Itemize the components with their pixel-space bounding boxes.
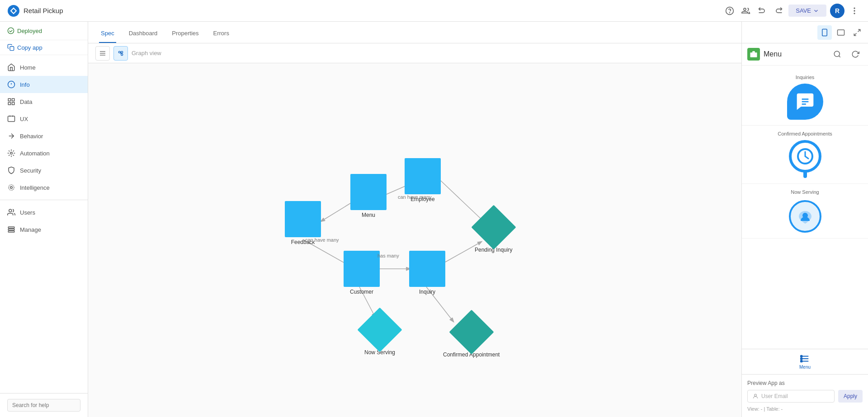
copy-app-button[interactable]: Copy app <box>0 40 88 55</box>
phone-scroll-area[interactable]: Inquiries Confirmed Appointments <box>742 66 868 349</box>
phone-menu-item-now-serving[interactable]: Now Serving <box>742 184 868 239</box>
preview-panel-header <box>742 22 868 43</box>
svg-rect-41 <box>838 30 844 35</box>
svg-rect-21 <box>8 227 14 228</box>
preview-email-row: User Email Apply <box>747 390 863 403</box>
sidebar-search <box>0 393 88 417</box>
sidebar-item-manage[interactable]: Manage <box>0 221 88 238</box>
graph-toolbar: Graph view <box>88 43 741 63</box>
user-email-input[interactable]: User Email <box>747 390 835 403</box>
phone-refresh-button[interactable] <box>848 47 863 61</box>
preview-footer: Preview App as User Email Apply View: - … <box>742 374 868 417</box>
svg-point-3 <box>744 8 746 10</box>
help-button[interactable] <box>723 5 736 17</box>
tab-errors[interactable]: Errors <box>212 24 231 43</box>
apply-button[interactable]: Apply <box>838 390 863 403</box>
logo-icon <box>7 5 20 17</box>
svg-point-29 <box>121 51 123 53</box>
graph-view-label: Graph view <box>132 50 161 56</box>
phone-bottom-tabs: Menu <box>742 349 868 374</box>
app-header-icon <box>747 48 760 61</box>
node-pending-inquiry[interactable]: Pending Inquiry <box>475 211 512 253</box>
security-icon <box>7 166 15 174</box>
svg-point-19 <box>9 185 14 190</box>
deployed-icon <box>7 27 14 34</box>
tablet-view-button[interactable] <box>834 25 848 40</box>
topbar-actions: SAVE R <box>723 4 861 18</box>
node-customer[interactable]: Customer <box>344 251 380 295</box>
save-button[interactable]: SAVE <box>788 5 826 17</box>
sidebar-nav: Home Info Data UX Behavior Automation <box>0 55 88 393</box>
preview-meta: View: - | Table: - <box>747 406 863 412</box>
phone-preview: Menu Inquiries <box>742 43 868 374</box>
phone-menu-item-confirmed[interactable]: Confirmed Appointments <box>742 126 868 184</box>
phone-tab-menu[interactable]: Menu <box>788 354 821 370</box>
sidebar-item-security[interactable]: Security <box>0 162 88 179</box>
svg-point-5 <box>854 10 855 11</box>
phone-app-header: Menu <box>742 43 868 66</box>
sidebar-item-behavior[interactable]: Behavior <box>0 127 88 145</box>
edge-label-3: has many <box>377 253 399 258</box>
svg-rect-12 <box>8 98 10 101</box>
graph-edges-svg <box>88 63 741 417</box>
behavior-icon <box>7 132 15 140</box>
edge-label-1: can have many <box>398 194 432 200</box>
sidebar-item-automation[interactable]: Automation <box>0 145 88 162</box>
tab-dashboard[interactable]: Dashboard <box>127 24 160 43</box>
undo-button[interactable] <box>756 5 769 17</box>
node-confirmed-appointment[interactable]: Confirmed Appointment <box>443 316 500 358</box>
copy-icon <box>7 44 14 51</box>
sidebar-item-intelligence[interactable]: Intelligence <box>0 179 88 196</box>
node-inquiry[interactable]: Inquiry <box>409 251 445 295</box>
svg-point-6 <box>854 13 855 14</box>
app-logo: Retail Pickup <box>7 5 63 17</box>
topbar: Retail Pickup SAVE R <box>0 0 868 22</box>
mobile-view-button[interactable] <box>817 25 832 40</box>
phone-menu-title: Menu <box>764 50 826 58</box>
phone-menu-actions <box>830 47 863 61</box>
list-view-button[interactable] <box>95 46 110 61</box>
svg-rect-16 <box>8 116 15 122</box>
node-menu[interactable]: Menu <box>350 174 387 218</box>
edge-label-2: can have many <box>305 237 339 243</box>
sidebar-item-data[interactable]: Data <box>0 93 88 110</box>
content-area: Spec Dashboard Properties Errors Graph v… <box>88 22 741 417</box>
phone-menu-item-inquiries[interactable]: Inquiries <box>742 69 868 126</box>
phone-search-button[interactable] <box>830 47 844 61</box>
tabs-bar: Spec Dashboard Properties Errors <box>88 22 741 43</box>
graph-view-button[interactable] <box>113 46 128 61</box>
search-input[interactable] <box>7 399 80 412</box>
svg-rect-51 <box>801 356 802 357</box>
tab-properties[interactable]: Properties <box>170 24 200 43</box>
info-icon <box>7 80 15 89</box>
svg-rect-43 <box>750 52 757 57</box>
intelligence-icon <box>7 183 15 192</box>
node-now-serving[interactable]: Now Serving <box>364 314 396 356</box>
sidebar-item-users[interactable]: Users <box>0 204 88 221</box>
svg-point-7 <box>8 28 14 33</box>
svg-rect-53 <box>801 361 802 362</box>
expand-preview-button[interactable] <box>850 25 864 40</box>
svg-point-4 <box>854 8 855 9</box>
automation-icon <box>7 149 15 157</box>
add-user-button[interactable] <box>740 5 752 17</box>
inquiries-icon <box>787 84 823 120</box>
sidebar-item-info[interactable]: Info <box>0 76 88 93</box>
sidebar-item-home[interactable]: Home <box>0 59 88 76</box>
preview-panel: Menu Inquiries <box>741 22 868 417</box>
svg-rect-15 <box>12 103 14 105</box>
graph-canvas[interactable]: Menu Employee Feedback Customer Inquiry <box>88 63 741 417</box>
users-icon <box>7 208 15 216</box>
tab-spec[interactable]: Spec <box>99 24 116 43</box>
svg-rect-13 <box>12 98 14 101</box>
redo-button[interactable] <box>772 5 785 17</box>
svg-rect-8 <box>10 47 14 51</box>
manage-icon <box>7 225 15 234</box>
confirmed-appointments-icon <box>789 140 821 178</box>
more-menu-button[interactable] <box>848 5 861 17</box>
svg-rect-52 <box>801 358 802 360</box>
svg-rect-14 <box>8 103 10 105</box>
svg-point-0 <box>8 5 19 17</box>
sidebar-item-ux[interactable]: UX <box>0 110 88 127</box>
svg-rect-22 <box>8 229 14 230</box>
